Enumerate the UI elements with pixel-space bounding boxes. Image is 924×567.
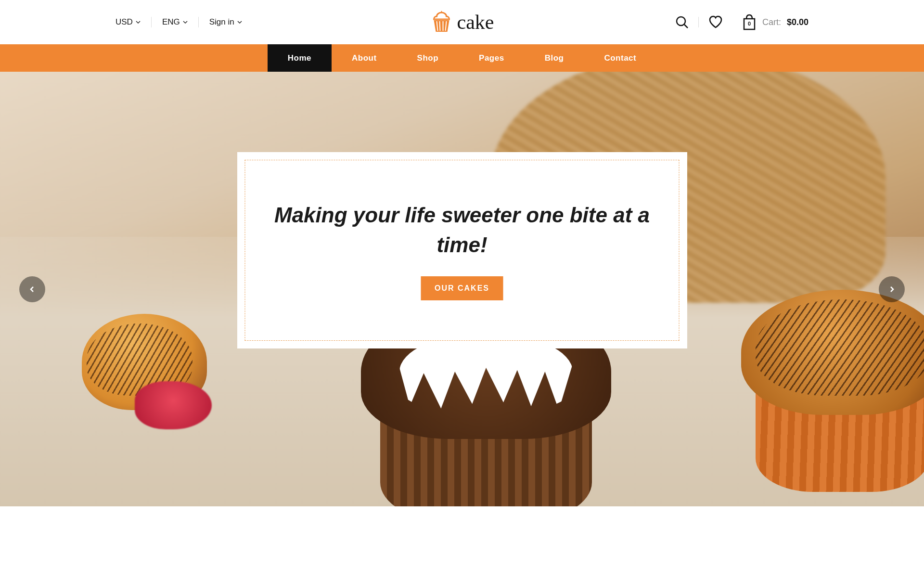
footer-gap bbox=[0, 506, 924, 567]
hero-card: Making your life sweeter one bite at a t… bbox=[237, 152, 687, 348]
nav-label: Shop bbox=[417, 53, 439, 63]
hero-card-inner: Making your life sweeter one bite at a t… bbox=[245, 160, 680, 341]
main-nav: Home About Shop Pages Blog Contact bbox=[0, 44, 924, 72]
nav-label: Pages bbox=[479, 53, 504, 63]
heart-icon bbox=[708, 15, 723, 29]
cart-button[interactable]: 0 Cart: $0.00 bbox=[732, 14, 808, 30]
search-icon bbox=[675, 15, 689, 29]
slider-next-button[interactable] bbox=[879, 276, 905, 302]
currency-label: USD bbox=[116, 17, 133, 27]
logo[interactable]: cake bbox=[430, 10, 494, 35]
search-button[interactable] bbox=[666, 15, 698, 29]
hero-title: Making your life sweeter one bite at a t… bbox=[245, 200, 679, 259]
slider-prev-button[interactable] bbox=[19, 276, 45, 302]
chevron-down-icon bbox=[136, 20, 141, 25]
topbar-right: 0 Cart: $0.00 bbox=[666, 14, 808, 30]
nav-label: Blog bbox=[545, 53, 564, 63]
nav-home[interactable]: Home bbox=[268, 44, 332, 72]
chevron-right-icon bbox=[888, 286, 895, 293]
cart-label: Cart: bbox=[762, 17, 781, 27]
nav-label: Home bbox=[288, 53, 311, 63]
hero-slider: Making your life sweeter one bite at a t… bbox=[0, 72, 924, 506]
nav-about[interactable]: About bbox=[332, 44, 397, 72]
topbar-left: USD ENG Sign in bbox=[116, 17, 253, 27]
wishlist-button[interactable] bbox=[699, 15, 732, 29]
cart-price: $0.00 bbox=[787, 17, 808, 27]
language-label: ENG bbox=[162, 17, 180, 27]
signin-dropdown[interactable]: Sign in bbox=[199, 17, 253, 27]
svg-line-5 bbox=[684, 25, 688, 28]
chevron-down-icon bbox=[183, 20, 188, 25]
chevron-down-icon bbox=[237, 20, 242, 25]
nav-blog[interactable]: Blog bbox=[525, 44, 584, 72]
signin-label: Sign in bbox=[209, 17, 234, 27]
nav-label: Contact bbox=[604, 53, 636, 63]
nav-contact[interactable]: Contact bbox=[584, 44, 656, 72]
bag-icon: 0 bbox=[742, 14, 757, 30]
our-cakes-button[interactable]: OUR CAKES bbox=[421, 276, 503, 300]
svg-line-1 bbox=[440, 21, 440, 31]
nav-shop[interactable]: Shop bbox=[397, 44, 459, 72]
svg-point-4 bbox=[677, 17, 685, 26]
nav-pages[interactable]: Pages bbox=[459, 44, 525, 72]
language-dropdown[interactable]: ENG bbox=[152, 17, 198, 27]
top-bar: USD ENG Sign in cake bbox=[0, 0, 924, 44]
cart-count: 0 bbox=[748, 21, 751, 26]
nav-label: About bbox=[352, 53, 377, 63]
chevron-left-icon bbox=[29, 286, 36, 293]
currency-dropdown[interactable]: USD bbox=[116, 17, 151, 27]
cupcake-icon bbox=[430, 10, 453, 35]
logo-text: cake bbox=[457, 11, 494, 34]
